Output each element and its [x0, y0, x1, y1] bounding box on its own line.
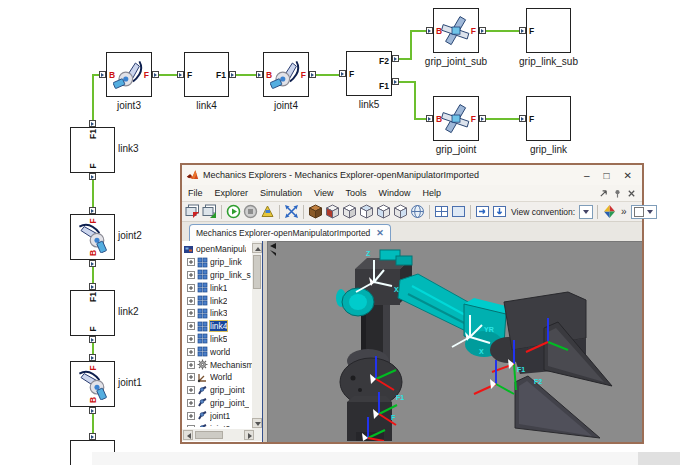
- right-view-icon[interactable]: [393, 204, 408, 219]
- tree-item-world[interactable]: world: [182, 345, 252, 358]
- port[interactable]: [177, 71, 184, 78]
- perspective-view-icon[interactable]: [410, 204, 425, 219]
- port[interactable]: [89, 283, 96, 290]
- port[interactable]: [426, 115, 433, 122]
- split-four-icon[interactable]: [434, 204, 449, 219]
- wire[interactable]: [410, 31, 412, 59]
- block-joint2[interactable]: F B: [70, 214, 115, 260]
- block-link5[interactable]: F F2 F1: [346, 51, 392, 96]
- expander-plus-icon[interactable]: [187, 297, 195, 305]
- view-convention-dropdown[interactable]: [579, 205, 593, 219]
- expander-plus-icon[interactable]: [187, 284, 195, 292]
- block-link4[interactable]: F F1: [184, 52, 229, 97]
- port[interactable]: [89, 207, 96, 214]
- pin-icon[interactable]: [613, 189, 622, 198]
- title-bar[interactable]: Mechanics Explorers - Mechanics Explorer…: [182, 165, 642, 186]
- tree-horizontal-scrollbar[interactable]: [182, 429, 262, 441]
- tree-item-link4-selected[interactable]: link4: [182, 320, 252, 333]
- menu-file[interactable]: File: [188, 188, 203, 198]
- expander-plus-icon[interactable]: [187, 412, 195, 420]
- tree-item-world-frame[interactable]: World: [182, 371, 252, 384]
- block-grip_link[interactable]: F: [526, 96, 571, 141]
- robot-gripper[interactable]: [504, 292, 612, 438]
- wire[interactable]: [316, 74, 340, 76]
- tree-item-grip_joint[interactable]: grip_joint: [182, 384, 252, 397]
- menu-explorer[interactable]: Explorer: [215, 188, 249, 198]
- wire[interactable]: [92, 74, 94, 121]
- port[interactable]: [479, 115, 486, 122]
- expander-plus-icon[interactable]: [187, 322, 195, 330]
- play-icon[interactable]: [226, 204, 241, 219]
- menu-simulation[interactable]: Simulation: [260, 188, 302, 198]
- expander-plus-icon[interactable]: [187, 386, 195, 394]
- tree-item-grip_link_sub[interactable]: grip_link_s: [182, 269, 252, 282]
- port[interactable]: [339, 70, 346, 77]
- front-view-icon[interactable]: [325, 204, 340, 219]
- video-record-icon[interactable]: [602, 204, 617, 219]
- port[interactable]: [99, 71, 106, 78]
- tree-item-link3[interactable]: link3: [182, 307, 252, 320]
- menu-view[interactable]: View: [314, 188, 333, 198]
- pane-forward-icon[interactable]: [475, 204, 490, 219]
- scroll-thumb[interactable]: [195, 431, 223, 439]
- port[interactable]: [89, 433, 96, 440]
- wire[interactable]: [92, 267, 94, 284]
- collapse-explorer-icon[interactable]: [185, 204, 200, 219]
- tab-mechanics-explorer[interactable]: Mechanics Explorer-openManipulatorImport…: [189, 224, 391, 241]
- tree-item-joint1[interactable]: joint1: [182, 409, 252, 422]
- wire[interactable]: [414, 81, 416, 118]
- fit-to-view-icon[interactable]: [284, 204, 299, 219]
- tree-item-link2[interactable]: link2: [182, 294, 252, 307]
- expander-plus-icon[interactable]: [187, 425, 195, 427]
- block-grip_joint[interactable]: B F: [433, 96, 479, 141]
- back-view-icon[interactable]: [342, 204, 357, 219]
- tree-vertical-scrollbar[interactable]: [252, 241, 262, 429]
- wire[interactable]: [159, 74, 178, 76]
- close-pane-icon[interactable]: [627, 189, 636, 198]
- wire[interactable]: [92, 180, 94, 207]
- block-link2[interactable]: F1 F: [70, 290, 115, 336]
- tree-item-grip_link[interactable]: grip_link: [182, 256, 252, 269]
- viewport-3d[interactable]: Z X YR X F1 F F1 F2: [267, 241, 642, 442]
- port[interactable]: [89, 336, 96, 343]
- scroll-up-button[interactable]: [252, 243, 262, 253]
- wire[interactable]: [486, 118, 520, 120]
- wire[interactable]: [399, 81, 415, 83]
- wire[interactable]: [410, 30, 427, 32]
- block-grip_joint_sub[interactable]: B F: [433, 8, 479, 53]
- expander-plus-icon[interactable]: [187, 373, 195, 381]
- tab-close-icon[interactable]: ✕: [376, 228, 384, 238]
- scroll-thumb[interactable]: [253, 255, 261, 289]
- block-link3[interactable]: F1 F: [70, 127, 115, 173]
- port[interactable]: [89, 173, 96, 180]
- undock-icon[interactable]: [599, 189, 608, 198]
- toolbar-overflow[interactable]: »: [621, 206, 627, 217]
- port[interactable]: [89, 407, 96, 414]
- scroll-left-button[interactable]: [183, 430, 193, 440]
- wire[interactable]: [92, 414, 94, 434]
- port[interactable]: [256, 71, 263, 78]
- tree-item-grip_joint_sub[interactable]: grip_joint_: [182, 397, 252, 410]
- port[interactable]: [89, 120, 96, 127]
- expander-plus-icon[interactable]: [187, 361, 195, 369]
- expander-plus-icon[interactable]: [187, 335, 195, 343]
- tree-item-link5[interactable]: link5: [182, 333, 252, 346]
- tree-item-mechanism-config[interactable]: Mechanism: [182, 358, 252, 371]
- tree-item-link1[interactable]: link1: [182, 281, 252, 294]
- wire[interactable]: [236, 74, 257, 76]
- close-button[interactable]: ✕: [624, 170, 632, 181]
- tree-item-joint2[interactable]: joint2: [182, 422, 252, 427]
- expander-plus-icon[interactable]: [187, 348, 195, 356]
- port[interactable]: [519, 27, 526, 34]
- snapshot-icon[interactable]: [260, 204, 275, 219]
- block-grip_link_sub[interactable]: F: [526, 8, 571, 53]
- port[interactable]: [426, 27, 433, 34]
- port[interactable]: [519, 115, 526, 122]
- expander-plus-icon[interactable]: [187, 258, 195, 266]
- top-view-icon[interactable]: [359, 204, 374, 219]
- wire[interactable]: [486, 30, 520, 32]
- expander-plus-icon[interactable]: [187, 309, 195, 317]
- expander-plus-icon[interactable]: [187, 399, 195, 407]
- port[interactable]: [89, 260, 96, 267]
- minimize-button[interactable]: –: [584, 170, 590, 181]
